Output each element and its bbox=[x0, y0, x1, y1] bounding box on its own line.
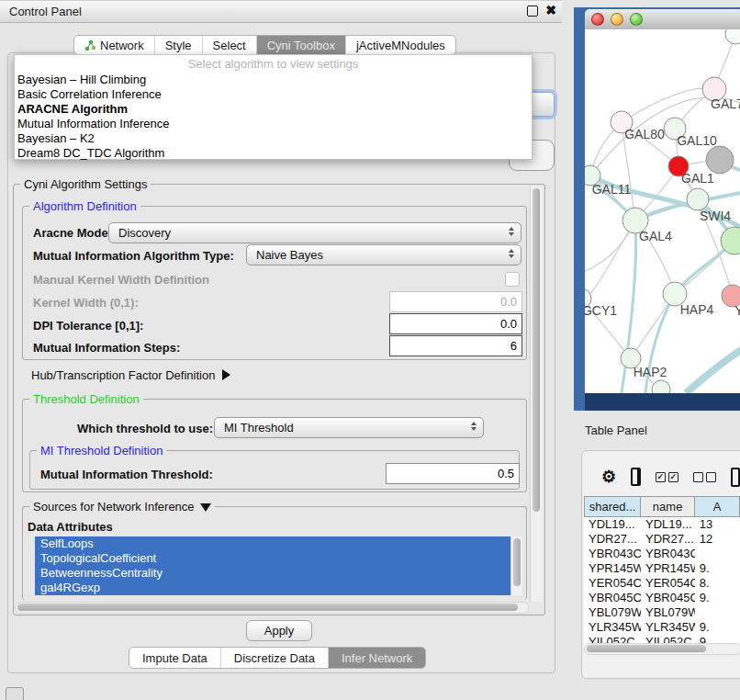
aracne-mode-label: Aracne Mode: bbox=[33, 226, 112, 240]
table-panel-title: Table Panel bbox=[585, 423, 647, 437]
column-header[interactable]: A bbox=[695, 496, 740, 517]
algorithm-option[interactable]: Basic Correlation Inference bbox=[15, 87, 532, 102]
page-icon[interactable] bbox=[731, 468, 740, 487]
which-threshold-label: Which threshold to use: bbox=[77, 422, 213, 435]
table-row[interactable]: YLR345WYLR345W9. bbox=[584, 620, 740, 635]
algorithm-option[interactable]: Bayesian – Hill Climbing bbox=[15, 73, 532, 87]
kernel-width-label: Kernel Width (0,1): bbox=[33, 296, 139, 310]
table-cell: 12 bbox=[695, 532, 740, 547]
manual-kernel-checkbox[interactable] bbox=[505, 272, 520, 287]
spinner-arrows-icon bbox=[509, 227, 514, 236]
table-row[interactable]: YBR045CYBR045C9. bbox=[584, 591, 740, 605]
table-cell: YBL079W bbox=[641, 605, 695, 620]
table-row[interactable]: YPR145WYPR145W9. bbox=[584, 561, 740, 576]
tab-select[interactable]: Select bbox=[202, 36, 256, 54]
network-node[interactable] bbox=[652, 380, 670, 393]
apply-button[interactable]: Apply bbox=[246, 620, 312, 641]
mi-type-select[interactable]: Naive Bayes bbox=[246, 244, 521, 265]
network-edge bbox=[622, 88, 714, 122]
network-window-titlebar[interactable] bbox=[585, 9, 740, 30]
control-panel-title: Control Panel bbox=[9, 5, 82, 18]
tab-style[interactable]: Style bbox=[154, 36, 202, 54]
collapsed-arrow-icon[interactable] bbox=[222, 369, 230, 380]
table-row[interactable]: YER054CYER054C8. bbox=[584, 576, 740, 591]
tab-cyni-toolbox[interactable]: Cyni Toolbox bbox=[256, 36, 345, 54]
network-canvas[interactable]: GAL7GAL80GAL10GAL1GAL11SWI4GAL4GCY1HAP4Y… bbox=[585, 29, 740, 393]
zoom-traffic-light[interactable] bbox=[630, 13, 643, 26]
column-header[interactable]: shared... bbox=[584, 496, 641, 517]
dpi-tolerance-field[interactable] bbox=[389, 313, 522, 334]
table-cell: 9. bbox=[695, 561, 740, 576]
tab-jactivemnodules[interactable]: jActiveMNodules bbox=[345, 36, 455, 54]
which-threshold-value: MI Threshold bbox=[224, 421, 294, 435]
table-horizontal-scrollbar[interactable] bbox=[584, 643, 740, 655]
unchecked-boxes-icon[interactable] bbox=[693, 472, 716, 482]
table-row[interactable]: YBR043CYBR043C bbox=[584, 547, 740, 561]
node-label: GAL11 bbox=[592, 182, 632, 197]
threshold-definition-title: Threshold Definition bbox=[29, 392, 143, 406]
tab-discretize-data[interactable]: Discretize Data bbox=[220, 648, 328, 668]
attribute-list-scrollbar[interactable] bbox=[510, 536, 522, 595]
attribute-item[interactable]: SelfLoops bbox=[35, 536, 510, 551]
minimized-panel-icon[interactable] bbox=[6, 687, 24, 700]
attribute-item[interactable]: BetweennessCentrality bbox=[35, 566, 510, 581]
algorithm-dropdown-prompt: Select algorithm to view settings bbox=[15, 55, 532, 73]
which-threshold-select[interactable]: MI Threshold bbox=[214, 417, 484, 438]
minimize-traffic-light[interactable] bbox=[611, 13, 623, 26]
tab-infer-network[interactable]: Infer Network bbox=[328, 648, 425, 668]
table-cell: YPR145W bbox=[641, 561, 695, 576]
table-cell: 8. bbox=[695, 576, 740, 591]
aracne-mode-select[interactable]: Discovery bbox=[108, 222, 521, 243]
algorithm-option[interactable]: Mutual Information Inference bbox=[15, 117, 532, 131]
table-row[interactable]: YDR27...YDR27...12 bbox=[584, 532, 740, 547]
tab-impute-data[interactable]: Impute Data bbox=[129, 648, 220, 668]
network-node[interactable] bbox=[725, 29, 740, 44]
table-row[interactable]: YBL079WYBL079W bbox=[584, 605, 740, 620]
scrollbar-thumb[interactable] bbox=[513, 538, 521, 586]
scrollbar-thumb[interactable] bbox=[587, 645, 706, 652]
table-cell: YBR045C bbox=[584, 591, 641, 605]
column-header[interactable]: name bbox=[641, 496, 695, 517]
table-toolbar: ⚙ ✓✓ bbox=[581, 464, 740, 490]
network-node[interactable] bbox=[687, 188, 709, 210]
attribute-item[interactable]: gal4RGexp bbox=[35, 581, 510, 595]
mi-steps-field[interactable] bbox=[389, 335, 522, 356]
aracne-mode-value: Discovery bbox=[118, 226, 171, 240]
gear-icon[interactable]: ⚙ bbox=[601, 467, 616, 487]
algorithm-option[interactable]: Dream8 DC_TDC Algorithm bbox=[15, 146, 532, 161]
mi-threshold-field[interactable] bbox=[386, 463, 520, 484]
checked-boxes-icon[interactable]: ✓✓ bbox=[656, 472, 678, 482]
apply-button-label: Apply bbox=[264, 624, 295, 638]
data-attributes-list: SelfLoopsTopologicalCoefficientBetweenne… bbox=[35, 536, 510, 595]
algorithm-option[interactable]: Bayesian – K2 bbox=[15, 131, 532, 146]
network-node[interactable] bbox=[706, 146, 734, 174]
float-window-icon[interactable] bbox=[527, 6, 538, 17]
tab-label: Select bbox=[213, 39, 246, 52]
hub-definition-toggle[interactable]: Hub/Transcription Factor Definition bbox=[31, 368, 230, 382]
table-row[interactable]: YDL19...YDL19...13 bbox=[584, 517, 740, 532]
kernel-width-field[interactable] bbox=[389, 291, 522, 312]
tab-label: jActiveMNodules bbox=[356, 39, 445, 52]
node-label: SWI4 bbox=[700, 209, 731, 223]
close-traffic-light[interactable] bbox=[591, 13, 604, 26]
attribute-item[interactable]: TopologicalCoefficient bbox=[35, 551, 510, 566]
table-cell: YDR27... bbox=[584, 532, 641, 547]
sources-group-title: Sources for Network Inference bbox=[29, 500, 215, 514]
table-cell: YDL19... bbox=[584, 517, 641, 532]
table-cell: YPR145W bbox=[584, 561, 641, 576]
settings-horizontal-scrollbar[interactable] bbox=[15, 602, 529, 614]
close-icon[interactable]: ✖ bbox=[545, 3, 556, 17]
scrollbar-thumb[interactable] bbox=[533, 188, 540, 512]
algorithm-option[interactable]: ARACNE Algorithm bbox=[15, 102, 532, 117]
mi-threshold-label: Mutual Information Threshold: bbox=[40, 468, 213, 481]
network-view-window: GAL7GAL80GAL10GAL1GAL11SWI4GAL4GCY1HAP4Y… bbox=[574, 7, 740, 411]
settings-vertical-scrollbar[interactable] bbox=[530, 186, 543, 602]
node-label: GAL10 bbox=[677, 133, 717, 148]
expanded-arrow-icon[interactable] bbox=[200, 503, 211, 512]
split-columns-icon[interactable] bbox=[631, 468, 641, 486]
tab-network[interactable]: Network bbox=[74, 36, 154, 54]
scrollbar-thumb[interactable] bbox=[17, 604, 518, 611]
data-attributes-label: Data Attributes bbox=[28, 520, 113, 534]
table-rows: YDL19...YDL19...13YDR27...YDR27...12YBR0… bbox=[584, 517, 740, 649]
table-header-row: shared...nameA bbox=[584, 496, 740, 517]
